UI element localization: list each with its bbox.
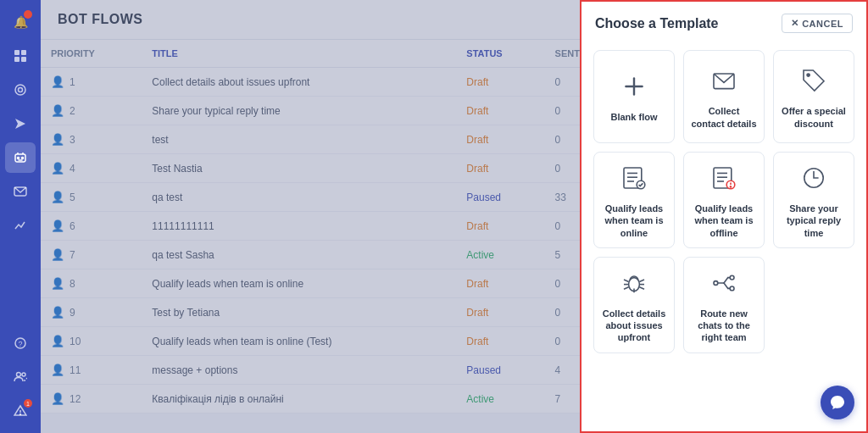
svg-marker-6 [15, 119, 25, 129]
chat-fab-button[interactable] [821, 386, 854, 419]
svg-point-11 [22, 158, 24, 159]
template-panel-header: Choose a Template ✕ CANCEL [581, 2, 866, 42]
template-card-qualify-online[interactable]: Qualify leads when team is online [593, 152, 675, 248]
svg-rect-1 [21, 50, 26, 55]
cancel-label: CANCEL [802, 19, 843, 29]
template-icon-reply-time [800, 164, 827, 196]
template-label-collect-issues: Collect details about issues upfront [601, 308, 667, 344]
svg-point-17 [22, 373, 25, 376]
template-panel-title: Choose a Template [595, 16, 719, 31]
svg-point-36 [730, 186, 731, 187]
svg-point-16 [17, 373, 21, 377]
svg-point-4 [15, 85, 25, 95]
template-grid: Blank flow Collect contact details Offer… [581, 42, 866, 365]
alert-badge: 1 [24, 399, 32, 408]
svg-text:?: ? [19, 340, 23, 348]
sidebar-icon-send[interactable] [5, 108, 36, 139]
template-label-blank-flow: Blank flow [610, 111, 657, 123]
template-icon-special-discount [800, 67, 827, 98]
template-card-special-discount[interactable]: Offer a special discount [773, 50, 854, 143]
template-icon-collect-contact [710, 67, 737, 98]
sidebar-icon-home[interactable] [5, 41, 36, 71]
svg-point-5 [19, 88, 23, 92]
sidebar-icon-notification[interactable]: 🔔 [5, 7, 36, 37]
cancel-button[interactable]: ✕ CANCEL [782, 14, 853, 33]
template-card-reply-time[interactable]: Share your typical reply time [773, 152, 854, 248]
svg-rect-2 [14, 57, 19, 62]
template-card-qualify-offline[interactable]: Qualify leads when team is offline [683, 152, 765, 248]
template-icon-qualify-offline [710, 164, 737, 196]
svg-line-39 [624, 280, 629, 281]
svg-point-24 [807, 74, 810, 76]
sidebar-icon-alert[interactable]: 1 [5, 396, 36, 426]
template-card-blank-flow[interactable]: Blank flow [593, 50, 675, 143]
template-icon-route-chats [710, 269, 737, 301]
svg-rect-3 [21, 57, 26, 62]
svg-point-10 [18, 158, 19, 159]
close-icon: ✕ [791, 18, 799, 29]
svg-line-44 [639, 287, 644, 289]
modal-overlay: Choose a Template ✕ CANCEL Blank flow Co… [41, 0, 868, 433]
template-icon-blank-flow [620, 73, 648, 104]
svg-rect-0 [14, 50, 19, 55]
svg-line-42 [639, 280, 644, 281]
template-card-collect-issues[interactable]: Collect details about issues upfront [593, 257, 675, 353]
template-label-route-chats: Route new chats to the right team [691, 308, 757, 344]
template-card-route-chats[interactable]: Route new chats to the right team [683, 257, 765, 353]
main-content: BOT FLOWS PRIORITY TITLE STATUS SENT ↕ I… [41, 0, 868, 433]
template-icon-qualify-online [620, 164, 648, 196]
sidebar-icon-help[interactable]: ? [5, 328, 36, 358]
template-label-special-discount: Offer a special discount [781, 105, 847, 130]
sidebar-icon-inbox[interactable] [5, 176, 36, 207]
svg-line-41 [624, 287, 629, 289]
template-label-collect-contact: Collect contact details [691, 105, 757, 130]
template-panel: Choose a Template ✕ CANCEL Blank flow Co… [580, 0, 868, 433]
svg-point-20 [20, 414, 21, 415]
template-icon-collect-issues [620, 269, 648, 301]
sidebar: 🔔 ? 1 [0, 0, 41, 433]
template-label-reply-time: Share your typical reply time [781, 203, 847, 239]
sidebar-icon-analytics[interactable] [5, 210, 36, 241]
sidebar-icon-bots[interactable] [5, 142, 36, 173]
template-label-qualify-offline: Qualify leads when team is offline [691, 203, 757, 239]
template-label-qualify-online: Qualify leads when team is online [601, 203, 667, 239]
sidebar-icon-users[interactable] [5, 362, 36, 392]
template-card-collect-contact[interactable]: Collect contact details [683, 50, 765, 143]
notification-badge [24, 10, 32, 19]
sidebar-icon-contacts[interactable] [5, 75, 36, 105]
